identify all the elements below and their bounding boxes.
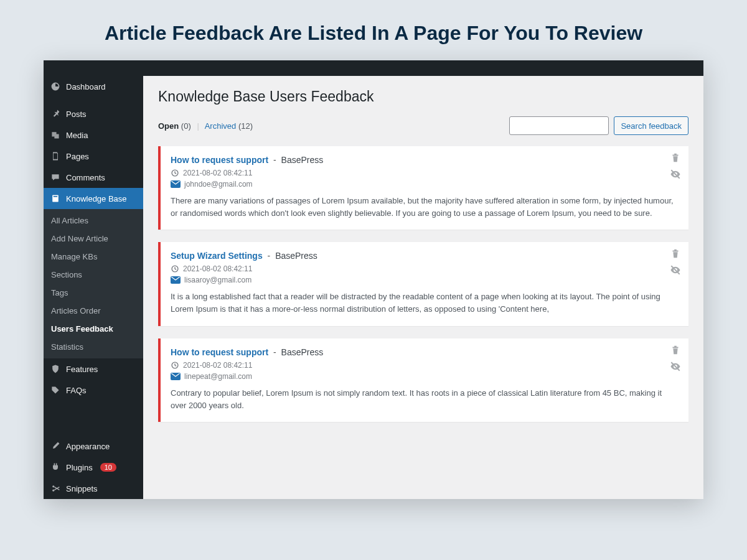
timestamp: 2021-08-02 08:42:11 (183, 361, 252, 370)
dashboard-icon (50, 81, 61, 92)
archive-icon[interactable] (670, 169, 681, 180)
sidebar-item-dashboard[interactable]: Dashboard (44, 76, 143, 97)
tab-archived-count: (12) (238, 121, 253, 131)
card-title: How to request support - BasePress (171, 347, 679, 357)
svg-point-3 (52, 490, 54, 492)
book-icon (50, 193, 61, 204)
sidebar-item-label: Posts (66, 110, 87, 119)
tab-divider: | (197, 121, 199, 131)
page-title: Article Feedback Are Listed In A Page Fo… (0, 0, 747, 60)
title-separator: - (273, 155, 276, 165)
sidebar-item-faqs[interactable]: FAQs (44, 380, 143, 401)
sidebar-item-label: Comments (66, 173, 105, 182)
sidebar-item-knowledge-base[interactable]: Knowledge Base (44, 188, 143, 209)
timestamp-row: 2021-08-02 08:42:11 (171, 361, 679, 370)
submenu-sections[interactable]: Sections (44, 266, 143, 284)
tab-open[interactable]: Open (158, 121, 179, 131)
submenu-all-articles[interactable]: All Articles (44, 212, 143, 230)
submenu-articles-order[interactable]: Articles Order (44, 302, 143, 320)
sidebar-item-media[interactable]: Media (44, 124, 143, 146)
title-separator: - (268, 251, 271, 261)
feedback-body: It is a long established fact that a rea… (171, 291, 679, 315)
comment-icon (50, 172, 61, 183)
scissors-icon (50, 483, 61, 494)
mail-icon (171, 373, 181, 380)
email-row: linepeat@gmail.com (171, 372, 679, 381)
submenu-users-feedback[interactable]: Users Feedback (44, 320, 143, 338)
sidebar-submenu: All Articles Add New Article Manage KBs … (44, 209, 143, 358)
tab-archived[interactable]: Archived (205, 121, 237, 131)
admin-window: Dashboard Posts Media Pages (44, 60, 703, 499)
admin-bar (44, 60, 703, 76)
email-row: johndoe@gmail.com (171, 180, 679, 189)
sidebar-item-label: Plugins (66, 463, 93, 472)
mail-icon (171, 276, 181, 284)
sidebar-item-pages[interactable]: Pages (44, 146, 143, 167)
submenu-manage-kbs[interactable]: Manage KBs (44, 248, 143, 266)
email-address: lisaaroy@gmail.com (184, 276, 251, 284)
archive-icon[interactable] (670, 361, 681, 372)
article-link[interactable]: Setup Wizard Settings (171, 251, 263, 261)
sidebar-item-label: Appearance (66, 442, 110, 451)
timestamp-row: 2021-08-02 08:42:11 (171, 169, 679, 177)
sidebar-item-features[interactable]: Features (44, 358, 143, 380)
brush-icon (50, 441, 61, 452)
sidebar-item-label: Knowledge Base (66, 194, 127, 203)
svg-point-2 (52, 485, 54, 487)
delete-icon[interactable] (670, 345, 681, 356)
filter-row: Open (0) | Archived (12) Search feedback (158, 116, 688, 135)
page-icon (50, 151, 61, 162)
sidebar-item-snippets[interactable]: Snippets (44, 478, 143, 499)
submenu-tags[interactable]: Tags (44, 284, 143, 302)
content-title: Knowledge Base Users Feedback (158, 88, 688, 105)
sidebar: Dashboard Posts Media Pages (44, 76, 143, 499)
plug-icon (50, 462, 61, 473)
tag-icon (50, 385, 61, 396)
timestamp: 2021-08-02 08:42:11 (183, 169, 252, 177)
sidebar-item-label: Snippets (66, 484, 98, 493)
clock-icon (171, 361, 179, 370)
sidebar-item-label: Dashboard (66, 82, 106, 91)
source-label: BasePress (281, 347, 324, 357)
svg-rect-1 (54, 196, 57, 197)
title-separator: - (273, 347, 276, 357)
sidebar-item-label: Media (66, 131, 88, 140)
media-icon (50, 129, 61, 141)
shield-icon (50, 363, 61, 375)
status-tabs: Open (0) | Archived (12) (158, 121, 253, 131)
email-address: linepeat@gmail.com (184, 372, 252, 381)
email-row: lisaaroy@gmail.com (171, 276, 679, 284)
article-link[interactable]: How to request support (171, 155, 268, 165)
content-area: Knowledge Base Users Feedback Open (0) |… (143, 76, 703, 499)
email-address: johndoe@gmail.com (184, 180, 253, 189)
search-group: Search feedback (509, 116, 688, 135)
submenu-add-new-article[interactable]: Add New Article (44, 230, 143, 248)
archive-icon[interactable] (670, 264, 681, 276)
delete-icon[interactable] (670, 248, 681, 259)
search-button[interactable]: Search feedback (614, 116, 688, 135)
feedback-body: Contrary to popular belief, Lorem Ipsum … (171, 387, 679, 412)
card-title: Setup Wizard Settings - BasePress (171, 251, 679, 261)
sidebar-item-comments[interactable]: Comments (44, 167, 143, 188)
feedback-card: How to request support - BasePress 2021-… (158, 338, 688, 422)
sidebar-item-label: Pages (66, 152, 89, 161)
tab-open-count: (0) (181, 121, 191, 131)
pin-icon (50, 108, 61, 119)
sidebar-item-label: Features (66, 365, 98, 374)
sidebar-item-posts[interactable]: Posts (44, 103, 143, 124)
article-link[interactable]: How to request support (171, 347, 268, 357)
clock-icon (171, 264, 179, 273)
sidebar-item-plugins[interactable]: Plugins 10 (44, 457, 143, 478)
sidebar-item-label: FAQs (66, 386, 87, 395)
feedback-body: There are many variations of passages of… (171, 195, 679, 220)
feedback-card: How to request support - BasePress 2021-… (158, 146, 688, 230)
search-input[interactable] (509, 116, 609, 135)
sidebar-item-appearance[interactable]: Appearance (44, 436, 143, 457)
app-body: Dashboard Posts Media Pages (44, 76, 703, 499)
delete-icon[interactable] (670, 152, 681, 164)
submenu-statistics[interactable]: Statistics (44, 338, 143, 356)
card-title: How to request support - BasePress (171, 155, 679, 165)
timestamp: 2021-08-02 08:42:11 (183, 264, 252, 273)
plugins-badge: 10 (100, 463, 116, 472)
clock-icon (171, 169, 179, 177)
